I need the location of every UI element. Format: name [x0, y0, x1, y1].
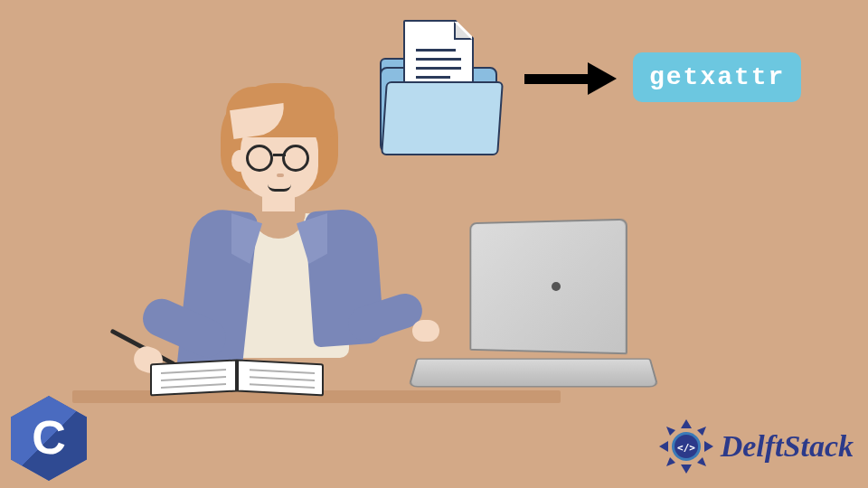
right-arrow-icon [524, 65, 624, 92]
svg-marker-2 [659, 441, 668, 452]
delftstack-emblem-icon: </> [657, 418, 715, 475]
svg-marker-1 [681, 465, 692, 474]
c-language-logo: C [11, 396, 87, 481]
c-letter: C [32, 410, 66, 465]
svg-marker-3 [704, 441, 713, 452]
svg-marker-0 [681, 419, 692, 428]
svg-marker-6 [666, 457, 675, 466]
svg-marker-5 [697, 427, 706, 436]
svg-marker-4 [666, 427, 675, 436]
delftstack-logo: </> DelftStack [657, 418, 854, 475]
function-name-badge: getxattr [633, 52, 801, 102]
svg-text:</>: </> [677, 442, 695, 454]
open-notebook [150, 361, 331, 398]
laptop [416, 221, 660, 401]
svg-marker-7 [697, 457, 706, 466]
delftstack-text: DelftStack [721, 429, 854, 464]
